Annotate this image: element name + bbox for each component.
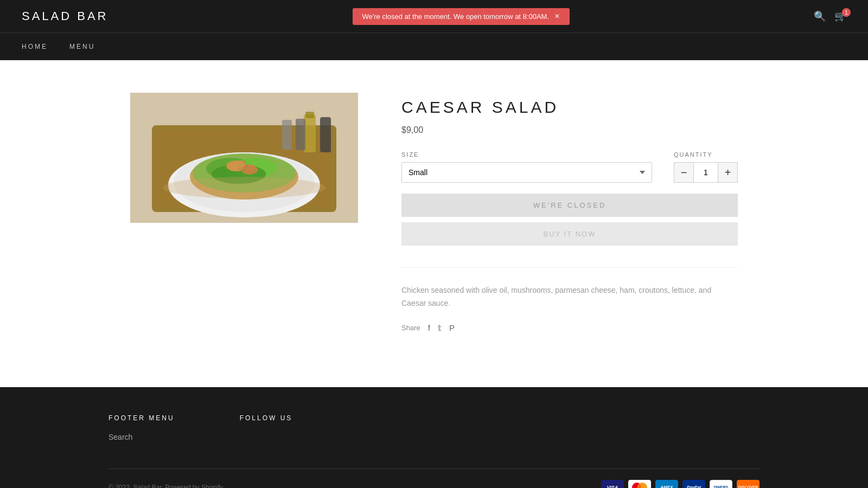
footer-content: FOOTER MENU Search FOLLOW US xyxy=(108,414,760,441)
discover-icon: DISCOVER xyxy=(737,480,760,488)
banner-close-icon[interactable]: ✕ xyxy=(554,12,560,20)
product-price: $9,00 xyxy=(401,125,738,135)
footer-bottom: © 2022, Salad Bar. Powered by Shopify VI… xyxy=(108,468,760,488)
size-label: SIZE xyxy=(401,151,652,158)
svg-point-20 xyxy=(163,177,326,198)
product-info: CAESAR SALAD $9,00 SIZE Small Medium Lar… xyxy=(401,93,738,333)
main-content: CAESAR SALAD $9,00 SIZE Small Medium Lar… xyxy=(108,60,760,365)
product-image-section xyxy=(130,93,358,223)
nav-menu[interactable]: MENU xyxy=(59,33,106,60)
salad-illustration xyxy=(130,93,358,223)
facebook-share-icon[interactable]: f xyxy=(428,323,430,332)
quantity-label: QUANTITY xyxy=(674,151,738,158)
svg-point-14 xyxy=(241,165,258,175)
share-section: Share f 𝕥 P xyxy=(401,323,738,333)
size-select[interactable]: Small Medium Large xyxy=(401,162,652,183)
share-label: Share xyxy=(401,324,420,332)
quantity-group: QUANTITY − + xyxy=(674,151,738,183)
footer-search-link[interactable]: Search xyxy=(108,433,175,441)
buy-it-now-button[interactable]: BUY IT NOW xyxy=(401,222,738,246)
copyright-text: © 2022, Salad Bar. Powered by Shopify xyxy=(108,484,223,488)
footer-menu-section: FOOTER MENU Search xyxy=(108,414,175,441)
paypal-icon: PayPal xyxy=(682,480,705,488)
cart-count: 1 xyxy=(842,8,851,17)
header: SALAD BAR We're closed at the moment. We… xyxy=(0,0,868,33)
footer: FOOTER MENU Search FOLLOW US © 2022, Sal… xyxy=(0,387,868,488)
svg-rect-16 xyxy=(305,112,314,118)
product-title: CAESAR SALAD xyxy=(401,98,738,117)
quantity-input[interactable] xyxy=(694,163,718,182)
footer-follow-title: FOLLOW US xyxy=(240,414,293,422)
quantity-increase-button[interactable]: + xyxy=(718,163,737,182)
logo: SALAD BAR xyxy=(22,9,108,23)
footer-follow-section: FOLLOW US xyxy=(240,414,293,441)
search-icon: 🔍 xyxy=(814,11,826,22)
we-are-closed-button[interactable]: WE'RE CLOSED xyxy=(401,194,738,217)
payment-methods: VISA AMEX PayPal DINERS DISCOVER xyxy=(601,480,760,488)
quantity-controls: − + xyxy=(674,162,738,183)
twitter-share-icon[interactable]: 𝕥 xyxy=(438,323,442,333)
diners-icon: DINERS xyxy=(710,480,732,488)
notification-banner: We're closed at the moment. We open tomo… xyxy=(353,8,570,25)
search-button[interactable]: 🔍 xyxy=(814,10,826,22)
footer-menu-title: FOOTER MENU xyxy=(108,414,175,422)
amex-icon: AMEX xyxy=(655,480,678,488)
product-image xyxy=(130,93,358,223)
nav-home[interactable]: HOME xyxy=(22,33,59,60)
svg-rect-19 xyxy=(296,119,305,150)
mastercard-icon xyxy=(628,480,651,488)
banner-text: We're closed at the moment. We open tomo… xyxy=(362,12,550,21)
pinterest-share-icon[interactable]: P xyxy=(449,323,455,332)
svg-rect-17 xyxy=(320,117,331,152)
cart-button[interactable]: 🛒 1 xyxy=(834,10,846,22)
product-description: Chicken seasoned with olive oil, mushroo… xyxy=(401,267,738,310)
quantity-decrease-button[interactable]: − xyxy=(674,163,694,182)
description-text: Chicken seasoned with olive oil, mushroo… xyxy=(401,284,738,310)
svg-rect-18 xyxy=(282,120,292,150)
visa-icon: VISA xyxy=(601,480,624,488)
size-option-group: SIZE Small Medium Large xyxy=(401,151,652,183)
svg-rect-15 xyxy=(304,114,316,152)
product-options-row: SIZE Small Medium Large QUANTITY − + xyxy=(401,151,738,183)
main-nav: HOME MENU xyxy=(0,33,868,60)
header-actions: 🔍 🛒 1 xyxy=(814,10,846,22)
